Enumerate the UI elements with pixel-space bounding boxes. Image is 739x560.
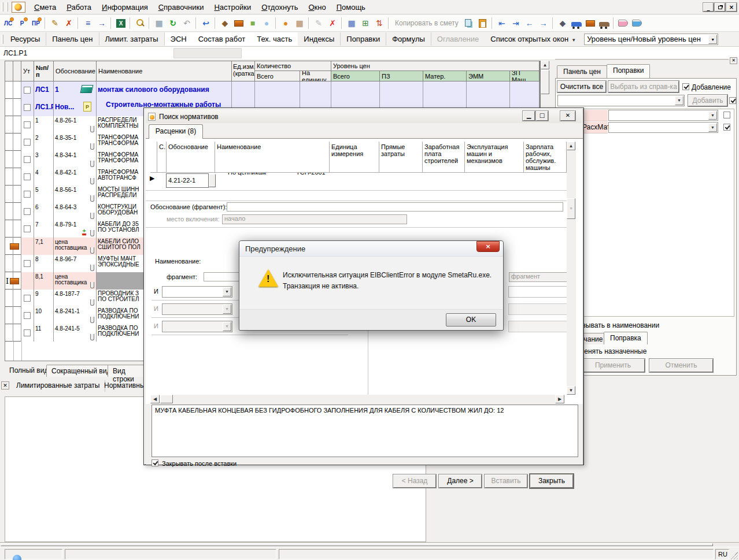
row-checkbox[interactable] xyxy=(24,312,31,319)
scroll-down-icon[interactable]: ▼ xyxy=(567,386,575,395)
correction-row-combo[interactable]: ▼ xyxy=(608,122,718,133)
results-column-header[interactable]: Заработная плата строителей xyxy=(423,142,465,173)
row-checkbox[interactable] xyxy=(24,139,31,146)
tab-price-panel[interactable]: Панель цен xyxy=(557,65,607,78)
pink-book-button[interactable] xyxy=(616,17,630,29)
keyboard-layout-indicator[interactable]: RU xyxy=(715,549,729,559)
tab-1[interactable]: Ресурсы xyxy=(5,32,46,46)
add-auto-checkbox[interactable] xyxy=(729,97,736,104)
minimize-button[interactable]: _ xyxy=(703,3,714,12)
delete-item-button[interactable]: ✗ xyxy=(62,17,76,29)
sort-button[interactable]: ⇅ xyxy=(372,17,386,29)
tree-structure-button[interactable]: ≡ xyxy=(81,17,95,29)
add-button[interactable]: Добавить xyxy=(688,95,727,106)
name-condition-combo[interactable]: ▼ xyxy=(162,286,232,298)
warning-close-button[interactable]: × xyxy=(476,241,500,252)
open-windows-dropdown[interactable]: Список открытых окон▼ xyxy=(485,32,582,46)
dialog-close-button[interactable]: ✕ xyxy=(560,111,575,121)
calculation-button[interactable]: ▦ xyxy=(345,17,359,29)
results-column-header[interactable]: С.. xyxy=(157,142,167,173)
menu-item-3[interactable]: Информация xyxy=(97,1,153,14)
toolbar-grip[interactable] xyxy=(1,2,3,12)
tab-6[interactable]: Тех. часть xyxy=(251,32,298,46)
row-checkbox[interactable] xyxy=(24,87,31,94)
blocks-button[interactable]: ▦ xyxy=(293,17,306,29)
back-button[interactable]: < Назад xyxy=(393,474,436,488)
correction-combo[interactable]: ▼ xyxy=(557,95,685,106)
new-pr-button[interactable]: ПР xyxy=(29,17,43,29)
code-expand-button[interactable] xyxy=(209,174,216,187)
menu-item-6[interactable]: Отдохнуть xyxy=(256,1,303,14)
blue-book-button[interactable] xyxy=(630,17,644,29)
apply-button[interactable]: Применить xyxy=(581,359,645,372)
row-checkbox[interactable] xyxy=(24,104,31,111)
scroll-right-icon[interactable]: ▶ xyxy=(555,395,564,403)
tab-9[interactable]: Формулы xyxy=(386,32,431,46)
work-composition-button[interactable]: ◆ xyxy=(218,17,232,29)
machines-button[interactable] xyxy=(570,17,583,29)
code-input[interactable]: 4.21-22-1 xyxy=(166,173,209,188)
row-checkbox[interactable] xyxy=(24,191,31,198)
coefficients-button[interactable]: ● xyxy=(279,17,293,29)
col-qty-per-unit[interactable]: На единицу xyxy=(300,71,331,81)
dialog-vertical-scrollbar[interactable]: ▲ ≡ ▼ xyxy=(567,142,576,395)
delivery-button[interactable] xyxy=(597,17,611,29)
tab-3[interactable]: Лимит. затраты xyxy=(99,32,165,46)
col-pl-total[interactable]: Всего xyxy=(331,71,380,81)
col-basis[interactable]: Обоснование xyxy=(54,61,97,81)
works-button[interactable]: ◆ xyxy=(556,17,570,29)
delete-row-button[interactable]: ✗ xyxy=(326,17,339,29)
adding-checkbox[interactable] xyxy=(682,83,689,90)
scroll-thumb[interactable] xyxy=(160,395,173,403)
works-condition-row[interactable] xyxy=(508,321,571,332)
menu-item-4[interactable]: Справочники xyxy=(153,1,209,14)
name-condition-combo[interactable]: ▼ xyxy=(162,303,232,315)
row-checkbox[interactable] xyxy=(24,121,31,128)
row-checkbox[interactable] xyxy=(24,156,31,163)
add-document-button[interactable]: ⊞ xyxy=(359,17,372,29)
dialog-horizontal-scrollbar[interactable]: ◀ ▶ xyxy=(150,395,564,404)
search-button[interactable] xyxy=(133,17,147,29)
col-pl-pz[interactable]: ПЗ xyxy=(380,71,423,81)
close-panel-icon[interactable]: ✕ xyxy=(730,57,737,64)
name-condition-combo[interactable]: ▼ xyxy=(162,321,232,332)
scroll-up-icon[interactable]: ▲ xyxy=(541,61,549,69)
tab-10[interactable]: Оглавление xyxy=(431,32,485,46)
fragment-input[interactable] xyxy=(204,272,241,281)
row-selector-header[interactable] xyxy=(13,61,21,81)
scroll-thumb[interactable]: ≡ xyxy=(567,198,575,219)
row-checkbox[interactable] xyxy=(24,260,31,267)
results-column-header[interactable]: Наименование xyxy=(215,142,330,173)
indent-first-button[interactable]: ⇥ xyxy=(509,17,523,29)
col-pl-zpm[interactable]: ЗП Маш. xyxy=(510,71,540,81)
col-price-level-group[interactable]: Уровень цен xyxy=(331,61,540,71)
basis-fragment-input[interactable] xyxy=(227,202,563,212)
col-qty-group[interactable]: Количество xyxy=(255,61,331,71)
resources-button[interactable] xyxy=(232,17,246,29)
excel-export-button[interactable]: X xyxy=(114,17,128,29)
col-unit[interactable]: Ед.изм.(краткая xyxy=(232,61,255,81)
works-fragment-input[interactable]: фрагмент xyxy=(509,272,570,282)
resize-grip[interactable] xyxy=(730,552,738,559)
tab-4[interactable]: ЭСН xyxy=(165,32,193,46)
edit-item-button[interactable]: ✎ xyxy=(48,17,62,29)
next-button[interactable]: Далее > xyxy=(439,474,482,488)
equipment-button[interactable]: ■ xyxy=(246,17,260,29)
indent-last-button[interactable]: → xyxy=(537,17,550,29)
edit-note-button[interactable]: ✎ xyxy=(312,17,326,29)
dialog-title-bar[interactable]: Поиск нормативов xyxy=(146,110,582,123)
correction-row-checkbox[interactable] xyxy=(723,112,730,118)
tab-5[interactable]: Состав работ xyxy=(193,32,251,46)
pick-from-reference-button[interactable]: Выбрать из справ-ка xyxy=(608,81,679,92)
place-input[interactable]: начало xyxy=(222,214,407,224)
restore-button[interactable] xyxy=(715,3,725,12)
correction-row-combo[interactable]: ▼ xyxy=(608,110,718,121)
insert-button[interactable]: Вставить xyxy=(485,474,527,488)
results-column-header[interactable]: Прямые затраты xyxy=(379,142,423,173)
tab-2[interactable]: Панель цен xyxy=(46,32,99,46)
result-text-box[interactable]: МУФТА КАБЕЛЬНАЯ КОНЦЕВАЯ БЕЗ ГИДРОФОБНОГ… xyxy=(152,405,578,457)
indent-increase-button[interactable]: ⇤ xyxy=(495,17,509,29)
correction-row-checkbox[interactable] xyxy=(723,124,730,131)
refresh-button[interactable]: ↻ xyxy=(166,17,180,29)
close-icon[interactable]: ✕ xyxy=(1,381,9,390)
